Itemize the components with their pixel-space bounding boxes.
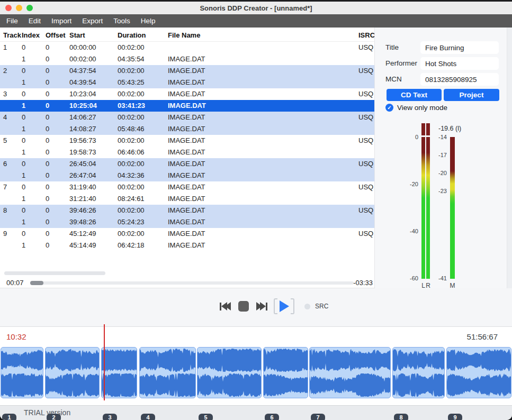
table-row[interactable]: 1039:48:2605:24:23IMAGE.DAT <box>0 216 374 228</box>
cell-isrc: USQ <box>358 181 374 193</box>
transport-controls: SRC <box>220 297 328 316</box>
transport-strip: SRC <box>0 288 512 327</box>
project-button[interactable]: Project <box>444 89 499 101</box>
column-header-offset[interactable]: Offset <box>46 28 69 41</box>
cell-offset: 0 <box>46 240 69 251</box>
play-button[interactable] <box>278 298 291 314</box>
position-slider[interactable] <box>30 281 354 285</box>
cell-track <box>0 123 22 135</box>
cell-duration: 04:35:54 <box>118 53 168 65</box>
waveform-track-2[interactable] <box>45 347 100 398</box>
table-row[interactable]: 50019:56:7300:02:00IMAGE.DATUSQ <box>0 135 374 147</box>
cd-text-button[interactable]: CD Text <box>387 89 442 101</box>
table-row[interactable]: 1019:58:7306:46:06IMAGE.DAT <box>0 147 374 158</box>
column-header-track[interactable]: Track <box>0 28 22 41</box>
table-row[interactable]: 80039:46:2600:02:00IMAGE.DATUSQ <box>0 205 374 216</box>
track-number-badge: 6 <box>265 414 279 420</box>
cell-index: 0 <box>22 181 46 193</box>
cell-track <box>0 147 22 158</box>
close-window-button[interactable] <box>5 5 12 11</box>
table-row[interactable]: 60026:45:0400:02:00IMAGE.DATUSQ <box>0 158 374 170</box>
table-row[interactable]: 1014:08:2705:48:46IMAGE.DAT <box>0 123 374 135</box>
cell-duration: 06:46:06 <box>118 147 168 158</box>
table-row[interactable]: 90045:12:4900:02:00IMAGE.DATUSQ <box>0 228 374 240</box>
view-only-mode-toggle[interactable]: ✓ View only mode <box>385 104 447 112</box>
cell-offset: 0 <box>46 158 69 170</box>
table-row[interactable]: 70031:19:4000:02:00IMAGE.DATUSQ <box>0 181 374 193</box>
cell-index: 1 <box>22 77 46 88</box>
column-header-duration[interactable]: Duration <box>118 28 168 41</box>
lr-scale-tick: 0 <box>395 133 418 141</box>
table-row[interactable]: 10000:00:0000:02:00USQ <box>0 42 374 53</box>
panel-scrollbar-track[interactable] <box>507 28 512 327</box>
column-header-index[interactable]: Index <box>22 28 46 41</box>
title-bar[interactable]: Sonoris DDP Creator - [unnamed*] <box>0 2 512 14</box>
remaining-time: -03:33 <box>353 278 373 288</box>
waveform-track-3[interactable] <box>101 347 137 398</box>
m-scale-tick: -23 <box>426 187 447 195</box>
menu-edit[interactable]: Edit <box>23 14 46 28</box>
waveform-track-6[interactable] <box>263 347 308 398</box>
minimize-window-button[interactable] <box>16 5 22 11</box>
cell-offset: 0 <box>46 170 69 181</box>
table-row-selected[interactable]: 1010:25:0403:41:23IMAGE.DAT <box>0 100 374 112</box>
menu-export[interactable]: Export <box>77 14 108 28</box>
src-label: SRC <box>315 303 328 310</box>
cell-isrc <box>358 147 374 158</box>
mcn-input[interactable] <box>420 73 499 86</box>
waveform-track-9[interactable] <box>446 347 511 398</box>
table-row[interactable]: 1045:14:4906:42:18IMAGE.DAT <box>0 240 374 251</box>
performer-input[interactable] <box>420 57 499 70</box>
menu-file[interactable]: File <box>1 14 23 28</box>
waveform-track-1[interactable] <box>1 347 43 398</box>
cell-file <box>168 42 358 53</box>
previous-track-button[interactable] <box>220 302 231 311</box>
track-number-badge: 7 <box>311 414 325 420</box>
m-scale-tick: -14 <box>426 133 447 141</box>
lr-scale-tick: -40 <box>395 227 418 235</box>
traffic-lights <box>5 5 33 11</box>
cell-track: 3 <box>0 88 22 100</box>
table-row[interactable]: 40014:06:2700:02:00IMAGE.DATUSQ <box>0 112 374 123</box>
table-row[interactable]: 1004:39:5405:43:25IMAGE.DAT <box>0 77 374 88</box>
table-row[interactable]: 20004:37:5400:02:00IMAGE.DATUSQ <box>0 65 374 77</box>
cell-track <box>0 77 22 88</box>
cell-isrc: USQ <box>358 112 374 123</box>
cell-isrc: USQ <box>358 228 374 240</box>
menu-help[interactable]: Help <box>136 14 161 28</box>
column-header-start[interactable]: Start <box>69 28 118 41</box>
waveform-track-5[interactable] <box>197 347 262 398</box>
cell-duration: 06:42:18 <box>118 240 168 251</box>
zoom-window-button[interactable] <box>26 5 33 11</box>
m-scale-tick: -20 <box>426 169 447 177</box>
cell-offset: 0 <box>46 42 69 53</box>
stop-icon <box>238 301 249 312</box>
waveform-track-4[interactable] <box>139 347 196 398</box>
table-row[interactable]: 30010:23:0400:02:00IMAGE.DATUSQ <box>0 88 374 100</box>
stop-button[interactable] <box>238 301 249 312</box>
track-number-badge: 4 <box>141 414 155 420</box>
cell-start: 00:02:00 <box>69 53 118 65</box>
m-scale-tick: -41 <box>426 275 447 282</box>
playhead-cursor[interactable] <box>104 324 105 400</box>
table-row[interactable]: 1000:02:0004:35:54IMAGE.DAT <box>0 53 374 65</box>
waveform-graphic <box>46 348 99 398</box>
waveform-track-8[interactable] <box>392 347 445 398</box>
next-track-button[interactable] <box>256 302 267 311</box>
menu-tools[interactable]: Tools <box>108 14 136 28</box>
menu-import[interactable]: Import <box>46 14 77 28</box>
cell-isrc: USQ <box>358 205 374 216</box>
position-slider-thumb[interactable] <box>30 281 43 285</box>
table-horizontal-scrollbar[interactable] <box>4 271 105 275</box>
cell-start: 45:12:49 <box>69 228 118 240</box>
lr-scale-tick: -20 <box>395 180 418 188</box>
title-input[interactable] <box>420 41 499 54</box>
table-row[interactable]: 1031:21:4008:24:61IMAGE.DAT <box>0 193 374 205</box>
waveform-track-7[interactable] <box>309 347 391 398</box>
column-header-file[interactable]: File Name <box>168 28 358 41</box>
cell-start: 31:21:40 <box>69 193 118 205</box>
table-row[interactable]: 1026:47:0404:32:36IMAGE.DAT <box>0 170 374 181</box>
column-header-isrc[interactable]: ISRC <box>358 28 374 41</box>
player-position-row: 00:07 -03:33 <box>0 278 374 288</box>
track-number-badge: 8 <box>394 414 408 420</box>
